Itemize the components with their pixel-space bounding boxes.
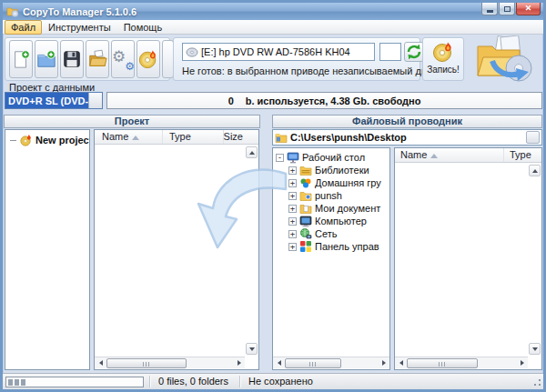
path-combobox[interactable]: C:\Users\punsh\Desktop [272,129,542,146]
menu-file[interactable]: Файл [5,20,42,35]
menu-help[interactable]: Помощь [117,20,169,35]
tree-item-documents[interactable]: + Мои документ [273,202,389,215]
explorer-file-list[interactable]: Name Type [394,147,542,370]
tree-expand-icon[interactable]: + [288,243,297,251]
add-folder-icon [36,49,56,69]
folder-icon [275,131,288,144]
project-panel-header: Проект [4,115,260,128]
statusbar-separator [239,376,240,387]
drive-status-text: Не готов: в выбранном приводе незаписыва… [182,65,439,76]
burn-group[interactable]: Запись! [422,37,464,81]
open-project-button[interactable] [86,40,109,78]
tree-item-libraries[interactable]: + Библиотеки [273,164,389,176]
chevron-down-icon[interactable] [526,131,540,144]
chevron-down-icon[interactable] [88,93,102,108]
desktop-icon [287,151,299,164]
sort-asc-icon [430,154,438,158]
save-state-text: Не сохранено [248,376,313,387]
horizontal-scrollbar[interactable] [395,357,528,368]
scroll-right-button[interactable] [233,357,245,369]
project-file-list[interactable]: Name Type Size [94,129,259,370]
project-tree-root[interactable]: New project [5,134,89,146]
scroll-left-button[interactable] [395,357,407,369]
scrollbar-thumb[interactable] [106,358,187,368]
speed-select[interactable] [379,43,401,61]
capacity-text: b. используется, 4.38 Gb. свободно [246,95,421,106]
minimize-button[interactable] [481,3,498,15]
tree-expand-icon[interactable]: + [288,217,297,226]
new-project-button[interactable] [9,40,33,78]
horizontal-scrollbar[interactable] [273,357,389,368]
close-icon: ✕ [525,5,532,13]
disc-icon [186,45,198,58]
app-icon [6,5,19,18]
column-type[interactable]: Type [164,130,224,144]
project-panel: Проект New project Name Type Size [4,115,260,371]
sort-asc-icon [132,136,139,140]
scroll-up-button[interactable] [246,146,258,158]
refresh-icon [405,43,423,61]
path-value: C:\Users\punsh\Desktop [290,132,407,143]
title-bar: CopyTo Manager 5.1.0.6 ✕ [3,3,543,20]
tree-expand-icon[interactable]: + [288,192,297,200]
window-title: CopyTo Manager 5.1.0.6 [23,6,136,17]
scrollbar-thumb[interactable] [407,358,478,368]
scroll-down-button[interactable] [529,343,541,355]
maximize-icon [504,6,511,12]
explorer-list-header: Name Type [395,148,541,163]
column-size[interactable]: Size [225,130,258,144]
control-panel-icon [299,240,312,253]
horizontal-scrollbar[interactable] [95,357,245,368]
save-icon [62,49,82,69]
tree-item-desktop[interactable]: - Рабочий стол [273,151,389,164]
settings-button[interactable]: ⚙⚙ [111,40,135,78]
status-bar: 0 files, 0 folders Не сохранено [3,373,543,389]
app-logo [469,35,540,83]
tree-item-network[interactable]: + Сеть [273,227,389,240]
scroll-left-button[interactable] [273,357,285,369]
tree-expand-icon[interactable]: + [288,205,297,213]
tree-expander-icon[interactable] [10,140,16,141]
new-file-icon [11,49,31,69]
tree-expand-icon[interactable]: + [288,230,297,238]
tree-item-computer[interactable]: + Компьютер [273,215,389,227]
drive-select[interactable]: [E:] hp DVD RW AD-7586H KH04 [182,43,375,61]
add-folder-button[interactable] [35,40,58,78]
scroll-right-button[interactable] [516,357,528,369]
scroll-up-button[interactable] [529,165,541,176]
app-window: CopyTo Manager 5.1.0.6 ✕ Файл Инструмент… [0,0,546,392]
window-controls: ✕ [481,3,541,15]
minimize-icon [487,10,493,13]
column-name[interactable]: Name [395,148,504,162]
tree-item-user[interactable]: + punsh [273,189,389,202]
explorer-panel-header: Файловый проводник [272,115,542,128]
burn-toolbar-button[interactable] [136,40,160,78]
maximize-button[interactable] [499,3,515,15]
menu-tools[interactable]: Инструменты [42,20,117,35]
statusbar-separator [149,376,150,387]
burn-button-label: Запись! [423,65,463,75]
libraries-icon [299,164,312,176]
explorer-tree[interactable]: - Рабочий стол + Библиотеки + Домашняя г… [272,147,390,370]
gears-icon: ⚙⚙ [113,49,133,69]
project-tree[interactable]: New project [5,129,90,370]
tree-expand-icon[interactable]: + [288,166,297,175]
column-name[interactable]: Name [95,130,163,144]
column-type[interactable]: Type [505,148,541,162]
tree-expand-icon[interactable]: + [288,179,297,187]
scrollbar-thumb[interactable] [285,358,341,368]
burn-disc-icon [432,41,454,63]
scroll-left-button[interactable] [95,357,106,369]
tree-item-control-panel[interactable]: + Панель управ [273,240,389,253]
save-project-button[interactable] [60,40,84,78]
scroll-right-button[interactable] [378,357,389,369]
project-disc-icon [20,134,33,146]
resize-grip[interactable] [531,377,542,388]
media-type-select[interactable]: DVD+R SL (DVD-5) [5,92,103,109]
refresh-drives-button[interactable] [404,42,424,62]
tree-item-homegroup[interactable]: + Домашняя гру [273,176,389,189]
scroll-down-button[interactable] [246,343,258,355]
close-button[interactable]: ✕ [516,3,541,15]
network-icon [299,227,312,240]
tree-collapse-icon[interactable]: - [276,154,284,162]
